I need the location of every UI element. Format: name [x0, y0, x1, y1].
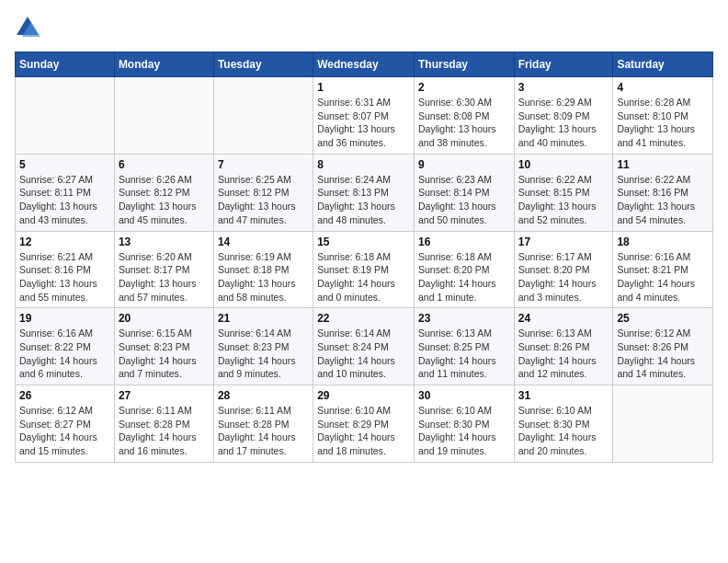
- calendar-week-4: 19Sunrise: 6:16 AM Sunset: 8:22 PM Dayli…: [16, 308, 713, 385]
- day-info: Sunrise: 6:16 AM Sunset: 8:21 PM Dayligh…: [617, 250, 709, 304]
- day-number: 25: [617, 312, 709, 325]
- calendar-cell: [213, 77, 313, 155]
- calendar-cell: 14Sunrise: 6:19 AM Sunset: 8:18 PM Dayli…: [213, 231, 313, 308]
- day-info: Sunrise: 6:12 AM Sunset: 8:26 PM Dayligh…: [617, 327, 709, 381]
- day-info: Sunrise: 6:11 AM Sunset: 8:28 PM Dayligh…: [119, 404, 210, 458]
- calendar-cell: 4Sunrise: 6:28 AM Sunset: 8:10 PM Daylig…: [613, 77, 713, 155]
- day-info: Sunrise: 6:24 AM Sunset: 8:13 PM Dayligh…: [317, 173, 410, 227]
- day-info: Sunrise: 6:14 AM Sunset: 8:23 PM Dayligh…: [218, 327, 309, 381]
- day-info: Sunrise: 6:13 AM Sunset: 8:26 PM Dayligh…: [518, 327, 609, 381]
- calendar-cell: 27Sunrise: 6:11 AM Sunset: 8:28 PM Dayli…: [114, 385, 213, 463]
- day-info: Sunrise: 6:18 AM Sunset: 8:19 PM Dayligh…: [317, 250, 410, 304]
- day-number: 10: [518, 158, 609, 171]
- calendar-cell: 10Sunrise: 6:22 AM Sunset: 8:15 PM Dayli…: [514, 154, 613, 231]
- calendar-week-1: 1Sunrise: 6:31 AM Sunset: 8:07 PM Daylig…: [16, 77, 713, 155]
- page-header: [15, 15, 713, 40]
- day-number: 9: [418, 158, 510, 171]
- calendar-cell: 26Sunrise: 6:12 AM Sunset: 8:27 PM Dayli…: [16, 385, 115, 463]
- day-number: 4: [617, 81, 709, 94]
- day-number: 2: [418, 81, 510, 94]
- day-number: 1: [317, 81, 410, 94]
- calendar-cell: 29Sunrise: 6:10 AM Sunset: 8:29 PM Dayli…: [313, 385, 415, 463]
- day-number: 5: [19, 158, 110, 171]
- calendar-cell: [114, 77, 213, 155]
- calendar-cell: 24Sunrise: 6:13 AM Sunset: 8:26 PM Dayli…: [514, 308, 613, 385]
- day-info: Sunrise: 6:18 AM Sunset: 8:20 PM Dayligh…: [418, 250, 510, 304]
- day-number: 15: [317, 236, 410, 248]
- calendar-cell: 28Sunrise: 6:11 AM Sunset: 8:28 PM Dayli…: [213, 385, 313, 463]
- calendar-cell: 17Sunrise: 6:17 AM Sunset: 8:20 PM Dayli…: [514, 231, 613, 308]
- weekday-header-sunday: Sunday: [16, 52, 115, 77]
- calendar-cell: 8Sunrise: 6:24 AM Sunset: 8:13 PM Daylig…: [313, 154, 415, 231]
- day-number: 12: [19, 236, 110, 248]
- calendar-cell: 25Sunrise: 6:12 AM Sunset: 8:26 PM Dayli…: [613, 308, 713, 385]
- day-number: 14: [218, 236, 309, 248]
- calendar-cell: 16Sunrise: 6:18 AM Sunset: 8:20 PM Dayli…: [414, 231, 514, 308]
- calendar-cell: 2Sunrise: 6:30 AM Sunset: 8:08 PM Daylig…: [414, 77, 514, 155]
- day-number: 22: [317, 312, 410, 325]
- calendar-cell: 21Sunrise: 6:14 AM Sunset: 8:23 PM Dayli…: [213, 308, 313, 385]
- calendar-cell: 1Sunrise: 6:31 AM Sunset: 8:07 PM Daylig…: [313, 77, 415, 155]
- day-info: Sunrise: 6:28 AM Sunset: 8:10 PM Dayligh…: [617, 96, 709, 150]
- day-number: 24: [518, 312, 609, 325]
- day-info: Sunrise: 6:17 AM Sunset: 8:20 PM Dayligh…: [518, 250, 609, 304]
- weekday-header-friday: Friday: [514, 52, 613, 77]
- day-info: Sunrise: 6:23 AM Sunset: 8:14 PM Dayligh…: [418, 173, 510, 227]
- day-info: Sunrise: 6:16 AM Sunset: 8:22 PM Dayligh…: [19, 327, 110, 381]
- calendar-cell: 19Sunrise: 6:16 AM Sunset: 8:22 PM Dayli…: [16, 308, 115, 385]
- day-info: Sunrise: 6:20 AM Sunset: 8:17 PM Dayligh…: [119, 250, 210, 304]
- day-info: Sunrise: 6:22 AM Sunset: 8:15 PM Dayligh…: [518, 173, 609, 227]
- day-number: 18: [617, 236, 709, 248]
- calendar-cell: 9Sunrise: 6:23 AM Sunset: 8:14 PM Daylig…: [414, 154, 514, 231]
- day-number: 19: [19, 312, 110, 325]
- calendar-week-5: 26Sunrise: 6:12 AM Sunset: 8:27 PM Dayli…: [16, 385, 713, 463]
- day-info: Sunrise: 6:12 AM Sunset: 8:27 PM Dayligh…: [19, 404, 110, 458]
- calendar-cell: 23Sunrise: 6:13 AM Sunset: 8:25 PM Dayli…: [414, 308, 514, 385]
- logo: [15, 15, 42, 40]
- calendar-cell: 12Sunrise: 6:21 AM Sunset: 8:16 PM Dayli…: [16, 231, 115, 308]
- day-number: 23: [418, 312, 510, 325]
- day-number: 17: [518, 236, 609, 248]
- day-info: Sunrise: 6:29 AM Sunset: 8:09 PM Dayligh…: [518, 96, 609, 150]
- calendar-cell: 11Sunrise: 6:22 AM Sunset: 8:16 PM Dayli…: [613, 154, 713, 231]
- day-number: 11: [617, 158, 709, 171]
- day-number: 6: [119, 158, 210, 171]
- day-info: Sunrise: 6:10 AM Sunset: 8:29 PM Dayligh…: [317, 404, 410, 458]
- day-info: Sunrise: 6:31 AM Sunset: 8:07 PM Dayligh…: [317, 96, 410, 150]
- day-number: 29: [317, 389, 410, 402]
- day-info: Sunrise: 6:11 AM Sunset: 8:28 PM Dayligh…: [218, 404, 309, 458]
- day-info: Sunrise: 6:25 AM Sunset: 8:12 PM Dayligh…: [218, 173, 309, 227]
- calendar-week-2: 5Sunrise: 6:27 AM Sunset: 8:11 PM Daylig…: [16, 154, 713, 231]
- day-info: Sunrise: 6:22 AM Sunset: 8:16 PM Dayligh…: [617, 173, 709, 227]
- calendar-cell: 6Sunrise: 6:26 AM Sunset: 8:12 PM Daylig…: [114, 154, 213, 231]
- calendar-week-3: 12Sunrise: 6:21 AM Sunset: 8:16 PM Dayli…: [16, 231, 713, 308]
- calendar-cell: [613, 385, 713, 463]
- weekday-header-saturday: Saturday: [613, 52, 713, 77]
- day-info: Sunrise: 6:10 AM Sunset: 8:30 PM Dayligh…: [518, 404, 609, 458]
- day-info: Sunrise: 6:13 AM Sunset: 8:25 PM Dayligh…: [418, 327, 510, 381]
- weekday-header-monday: Monday: [114, 52, 213, 77]
- weekday-header-tuesday: Tuesday: [213, 52, 313, 77]
- day-number: 31: [518, 389, 609, 402]
- day-number: 26: [19, 389, 110, 402]
- calendar-cell: 7Sunrise: 6:25 AM Sunset: 8:12 PM Daylig…: [213, 154, 313, 231]
- day-number: 16: [418, 236, 510, 248]
- day-info: Sunrise: 6:27 AM Sunset: 8:11 PM Dayligh…: [19, 173, 110, 227]
- logo-icon: [15, 15, 40, 40]
- calendar-table: SundayMondayTuesdayWednesdayThursdayFrid…: [15, 52, 713, 463]
- calendar-cell: 15Sunrise: 6:18 AM Sunset: 8:19 PM Dayli…: [313, 231, 415, 308]
- calendar-cell: 22Sunrise: 6:14 AM Sunset: 8:24 PM Dayli…: [313, 308, 415, 385]
- day-info: Sunrise: 6:21 AM Sunset: 8:16 PM Dayligh…: [19, 250, 110, 304]
- weekday-header-thursday: Thursday: [414, 52, 514, 77]
- day-info: Sunrise: 6:15 AM Sunset: 8:23 PM Dayligh…: [119, 327, 210, 381]
- day-info: Sunrise: 6:30 AM Sunset: 8:08 PM Dayligh…: [418, 96, 510, 150]
- day-number: 8: [317, 158, 410, 171]
- calendar-cell: 18Sunrise: 6:16 AM Sunset: 8:21 PM Dayli…: [613, 231, 713, 308]
- day-number: 30: [418, 389, 510, 402]
- calendar-cell: 13Sunrise: 6:20 AM Sunset: 8:17 PM Dayli…: [114, 231, 213, 308]
- calendar-cell: 3Sunrise: 6:29 AM Sunset: 8:09 PM Daylig…: [514, 77, 613, 155]
- day-number: 20: [119, 312, 210, 325]
- day-info: Sunrise: 6:26 AM Sunset: 8:12 PM Dayligh…: [119, 173, 210, 227]
- calendar-header: SundayMondayTuesdayWednesdayThursdayFrid…: [16, 52, 713, 77]
- day-number: 3: [518, 81, 609, 94]
